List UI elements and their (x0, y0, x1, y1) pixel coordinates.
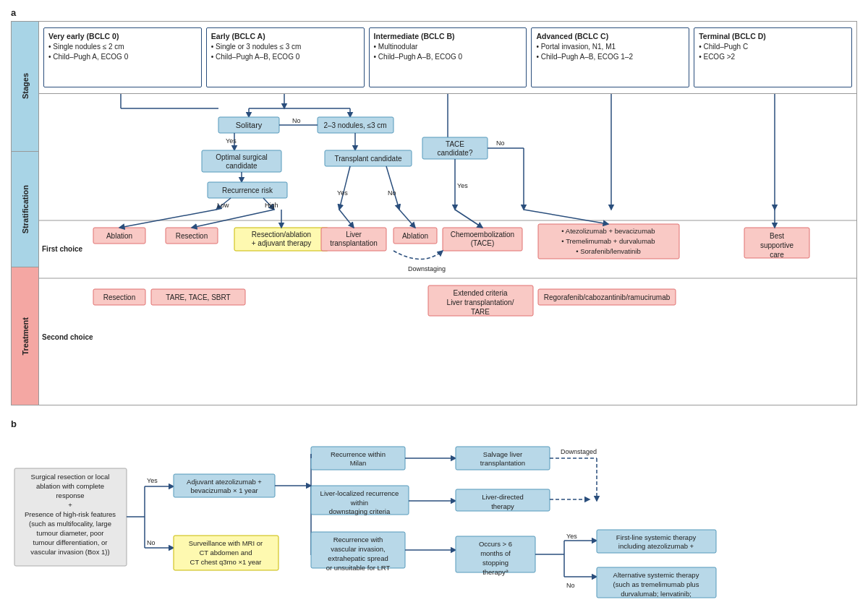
svg-text:Recurrence within: Recurrence within (331, 450, 386, 458)
svg-text:Alternative systemic therapy: Alternative systemic therapy (613, 571, 699, 579)
svg-text:ablation with complete: ablation with complete (36, 482, 104, 490)
svg-text:• Tremelimumab + durvalumab: • Tremelimumab + durvalumab (561, 237, 655, 245)
part-b-label: b (11, 418, 857, 429)
svg-text:downstaging criteria: downstaging criteria (329, 507, 391, 515)
part-b: b Surgical resection or local ablation w… (11, 418, 857, 610)
svg-text:High: High (265, 202, 278, 209)
svg-text:therapy: therapy (491, 502, 514, 510)
svg-text:candidate: candidate (226, 162, 258, 170)
stage-intermediate-b2: • Child–Pugh A–B, ECOG 0 (374, 53, 462, 61)
svg-text:supportive: supportive (760, 241, 794, 249)
svg-text:Resection/ablation: Resection/ablation (252, 231, 311, 239)
left-labels-a: Stages Stratification Treatment (12, 22, 39, 405)
svg-text:care: care (770, 251, 784, 259)
svg-text:(TACE): (TACE) (471, 239, 495, 247)
svg-text:Salvage liver: Salvage liver (483, 450, 522, 458)
stage-early-b2: • Child–Pugh A–B, ECOG 0 (211, 53, 299, 61)
flowchart-svg-b: Surgical resection or local ablation wit… (11, 432, 828, 610)
svg-text:stopping: stopping (482, 559, 509, 567)
svg-text:Liver: Liver (346, 231, 362, 239)
svg-text:durvalumab; lenvatinib;: durvalumab; lenvatinib; (621, 590, 692, 598)
svg-text:bevacizumab × 1 year: bevacizumab × 1 year (190, 486, 258, 494)
svg-text:Liver-directed: Liver-directed (482, 493, 524, 501)
svg-text:vascular invasion,: vascular invasion, (331, 545, 386, 553)
stage-early: Early (BCLC A) • Single or 3 nodules ≤ 3… (206, 27, 365, 87)
svg-text:No: No (147, 539, 156, 546)
stage-very-early-b2: • Child–Pugh A, ECOG 0 (48, 53, 128, 61)
svg-text:Yes: Yes (457, 182, 468, 189)
svg-text:TACE: TACE (446, 140, 464, 148)
treatment-label: Treatment (12, 267, 38, 405)
svg-text:or unsuitable for LRT: or unsuitable for LRT (326, 564, 391, 572)
svg-text:CT abdomen and: CT abdomen and (199, 549, 252, 557)
svg-text:Presence of high-risk features: Presence of high-risk features (25, 510, 116, 518)
svg-text:Surveillance with MRI or: Surveillance with MRI or (189, 539, 263, 547)
stage-early-b1: • Single or 3 nodules ≤ 3 cm (211, 43, 302, 51)
svg-text:Extended criteria: Extended criteria (453, 289, 507, 297)
svg-text:Liver transplantation/: Liver transplantation/ (447, 298, 514, 306)
diagram-b: Surgical resection or local ablation wit… (11, 432, 828, 610)
stratification-label: Stratification (12, 152, 38, 267)
svg-text:vascular invasion (Box 1)): vascular invasion (Box 1)) (30, 548, 109, 556)
stage-terminal: Terminal (BCLC D) • Child–Pugh C • ECOG … (694, 27, 852, 87)
svg-text:Regorafenib/cabozantinib/ramuc: Regorafenib/cabozantinib/ramucirumab (544, 293, 671, 301)
svg-text:candidate?: candidate? (438, 149, 473, 157)
svg-text:No: No (496, 139, 505, 147)
svg-line-65 (455, 210, 482, 228)
svg-text:(such as multifocality, large: (such as multifocality, large (29, 520, 111, 528)
svg-text:Resection: Resection (176, 232, 208, 240)
stage-advanced: Advanced (BCLC C) • Portal invasion, N1,… (531, 27, 689, 87)
svg-text:(such as tremelimumab plus: (such as tremelimumab plus (613, 580, 699, 588)
svg-text:• Atezolizumab + bevacizumab: • Atezolizumab + bevacizumab (561, 227, 655, 235)
svg-text:within: within (350, 499, 368, 507)
svg-text:Yes: Yes (147, 477, 158, 484)
stage-intermediate-title: Intermediate (BCLC B) (374, 32, 455, 40)
svg-text:tumour diameter, poor: tumour diameter, poor (37, 529, 104, 537)
svg-text:Downstaged: Downstaged (561, 448, 597, 455)
solitary-text: Solitary (236, 121, 263, 129)
svg-text:months of: months of (480, 549, 511, 557)
stage-terminal-b1: • Child–Pugh C (699, 43, 748, 51)
svg-text:Optimal surgical: Optimal surgical (216, 153, 268, 161)
stage-advanced-b2: • Child–Pugh A–B, ECOG 1–2 (536, 53, 633, 61)
svg-text:therapyᵃ: therapyᵃ (482, 568, 509, 576)
svg-text:extrahepatic spread: extrahepatic spread (328, 554, 388, 562)
svg-text:tumour differentiation, or: tumour differentiation, or (33, 538, 108, 546)
stage-early-title: Early (BCLC A) (211, 32, 265, 40)
svg-text:Ablation: Ablation (402, 232, 428, 240)
svg-text:Yes: Yes (226, 137, 237, 145)
nodules-text: 2–3 nodules, ≤3 cm (323, 121, 386, 129)
svg-text:First-line systemic therapy: First-line systemic therapy (616, 533, 697, 541)
svg-text:Low: Low (217, 202, 229, 209)
svg-text:Liver-localized recurrence: Liver-localized recurrence (320, 489, 399, 497)
svg-text:TARE, TACE, SBRT: TARE, TACE, SBRT (166, 293, 230, 301)
stages-row: Very early (BCLC 0) • Single nodules ≤ 2… (39, 22, 856, 94)
flowchart-svg-a: First choice Second choice (39, 94, 856, 405)
svg-text:+ adjuvant therapy: + adjuvant therapy (252, 239, 312, 247)
svg-text:Best: Best (770, 232, 784, 240)
svg-text:Surgical resection or local: Surgical resection or local (31, 473, 110, 481)
svg-line-24 (339, 166, 350, 210)
svg-text:Recurrence risk: Recurrence risk (222, 186, 273, 194)
stage-very-early-b1: • Single nodules ≤ 2 cm (48, 43, 124, 51)
svg-line-64 (399, 210, 415, 228)
second-choice-label: Second choice (42, 333, 93, 341)
main-content-a: Very early (BCLC 0) • Single nodules ≤ 2… (39, 22, 856, 405)
svg-text:Yes: Yes (566, 533, 577, 540)
svg-text:Downstaging: Downstaging (408, 265, 446, 272)
svg-text:TARE: TARE (471, 308, 490, 316)
diagram-a: Stages Stratification Treatment Very ear… (11, 21, 857, 405)
svg-line-66 (524, 210, 608, 224)
svg-text:No: No (292, 117, 301, 124)
svg-text:CT chest q3mo ×1 year: CT chest q3mo ×1 year (190, 558, 262, 566)
svg-text:transplantation: transplantation (330, 239, 378, 247)
svg-text:Resection: Resection (103, 293, 135, 301)
svg-text:Occurs > 6: Occurs > 6 (479, 540, 512, 548)
svg-text:Yes: Yes (337, 189, 348, 197)
svg-text:Transplant candidate: Transplant candidate (334, 155, 401, 163)
svg-text:+: + (68, 501, 72, 509)
svg-text:• Sorafenib/lenvatinib: • Sorafenib/lenvatinib (576, 247, 640, 255)
svg-text:Ablation: Ablation (106, 232, 132, 240)
svg-text:No: No (388, 189, 396, 197)
svg-line-26 (386, 166, 399, 210)
